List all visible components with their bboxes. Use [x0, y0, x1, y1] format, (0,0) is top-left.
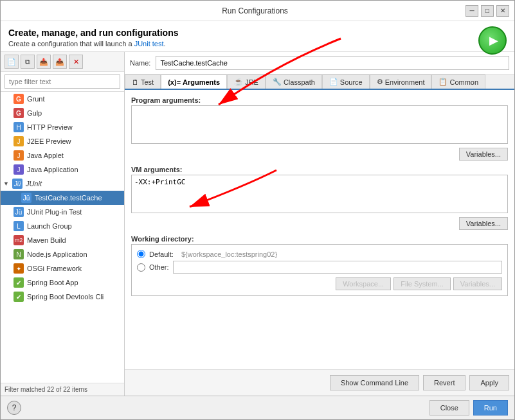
sidebar-item-label: Java Application: [27, 166, 78, 173]
maximize-button[interactable]: □: [481, 5, 494, 17]
sidebar-item-http-preview[interactable]: H HTTP Preview: [1, 120, 124, 134]
sidebar-item-maven-build[interactable]: m2 Maven Build: [1, 233, 124, 247]
sidebar-item-junit-plugin[interactable]: Jü JUnit Plug-in Test: [1, 205, 124, 219]
default-radio[interactable]: [137, 250, 145, 258]
filter-input-container: [1, 72, 124, 92]
junit-plugin-icon: Jü: [14, 207, 24, 217]
sidebar-item-spring-boot-devtools[interactable]: ✔ Spring Boot Devtools Cli: [1, 290, 124, 304]
osgi-icon: ✦: [14, 263, 24, 274]
workspace-btn[interactable]: Workspace...: [336, 277, 391, 290]
variables-btn-3[interactable]: Variables...: [453, 277, 502, 290]
tab-label: Common: [449, 78, 478, 86]
j2ee-icon: J: [14, 136, 24, 146]
sidebar-item-label: JUnit: [26, 180, 42, 188]
revert-button[interactable]: Revert: [423, 375, 465, 390]
sidebar-item-j2ee-preview[interactable]: J J2EE Preview: [1, 134, 124, 148]
main-content: 📄 ⧉ 📥 📤 ✕ G Grunt G Gulp: [1, 52, 514, 396]
working-dir-box: Default: ${workspace_loc:testspring02} O…: [131, 244, 508, 296]
apply-button[interactable]: Apply: [469, 375, 509, 390]
tab-label: Classpath: [284, 78, 315, 86]
sidebar-item-testcache[interactable]: Jü TestCache.testCache: [1, 191, 124, 205]
help-button[interactable]: ?: [7, 401, 21, 415]
sidebar-item-label: J2EE Preview: [27, 137, 71, 145]
other-radio[interactable]: [137, 263, 145, 272]
sidebar-item-label: OSGi Framework: [27, 265, 82, 272]
filter-input[interactable]: [5, 74, 120, 89]
default-radio-label[interactable]: Default:: [149, 250, 174, 258]
import-config-button[interactable]: 📥: [37, 55, 51, 69]
sidebar-item-nodejs[interactable]: N Node.js Application: [1, 247, 124, 261]
subtitle-suffix: .: [164, 40, 166, 48]
new-config-button[interactable]: 📄: [5, 55, 19, 69]
delete-config-button[interactable]: ✕: [69, 55, 83, 69]
duplicate-config-button[interactable]: ⧉: [21, 55, 35, 69]
sidebar-toolbar: 📄 ⧉ 📥 📤 ✕: [1, 52, 124, 72]
working-dir-section: Working directory: Default: ${workspace_…: [131, 235, 508, 296]
header-title: Create, manage, and run configurations: [8, 28, 507, 38]
junit-group-icon: Jü: [12, 179, 23, 189]
other-dir-input[interactable]: [173, 261, 502, 274]
sidebar-item-java-application[interactable]: J Java Application: [1, 162, 124, 177]
sidebar-group-junit[interactable]: ▼ Jü JUnit: [1, 177, 124, 191]
vm-args-label: VM arguments:: [131, 166, 508, 173]
tab-label: Arguments: [183, 78, 220, 86]
filesystem-btn[interactable]: File System...: [393, 277, 451, 290]
default-radio-row: Default: ${workspace_loc:testspring02}: [137, 250, 502, 258]
http-icon: H: [14, 122, 24, 132]
sidebar-item-java-applet[interactable]: J Java Applet: [1, 148, 124, 162]
source-tab-icon: 📄: [329, 78, 338, 86]
sidebar-item-grunt[interactable]: G Grunt: [1, 92, 124, 106]
tab-label: Test: [141, 78, 154, 86]
variables-btn-1[interactable]: Variables...: [459, 148, 508, 161]
close-button-footer[interactable]: Close: [429, 400, 469, 416]
show-command-line-button[interactable]: Show Command Line: [330, 375, 419, 390]
sidebar-item-gulp[interactable]: G Gulp: [1, 106, 124, 120]
sidebar-item-label: HTTP Preview: [27, 123, 73, 131]
sidebar-item-osgi[interactable]: ✦ OSGi Framework: [1, 261, 124, 276]
vm-args-textarea[interactable]: [131, 175, 508, 213]
tab-jre[interactable]: ☕ JRE: [227, 74, 266, 89]
window-title: Run Configurations: [44, 6, 465, 15]
header-subtitle: Create a configuration that will launch …: [8, 40, 507, 48]
program-args-label: Program arguments:: [131, 96, 508, 104]
sidebar-item-launch-group[interactable]: L Launch Group: [1, 219, 124, 233]
window-controls: ─ □ ✕: [465, 5, 509, 17]
tab-arguments[interactable]: (x)= Arguments: [161, 74, 227, 90]
spring-devtools-icon: ✔: [14, 292, 24, 302]
jre-tab-icon: ☕: [234, 78, 243, 86]
other-radio-row: Other:: [137, 261, 502, 274]
footer-bar: ? Close Run: [1, 396, 514, 419]
name-input[interactable]: [156, 56, 509, 70]
right-panel: Name: 🗒 Test (x)= Arguments ☕ JRE �: [125, 52, 514, 396]
minimize-button[interactable]: ─: [465, 5, 478, 17]
java-app-icon: J: [14, 164, 24, 175]
run-icon-button[interactable]: [478, 26, 507, 55]
tab-common[interactable]: 📋 Common: [431, 74, 485, 89]
tab-source[interactable]: 📄 Source: [322, 74, 370, 89]
export-config-button[interactable]: 📤: [53, 55, 67, 69]
tab-environment[interactable]: ⚙ Environment: [370, 74, 432, 89]
sidebar-item-label: Maven Build: [27, 236, 66, 244]
close-button[interactable]: ✕: [496, 5, 509, 17]
tabs-row: 🗒 Test (x)= Arguments ☕ JRE 🔧 Classpath …: [125, 74, 514, 90]
variables-btn-2[interactable]: Variables...: [459, 217, 508, 230]
sidebar-item-label: Spring Boot Devtools Cli: [27, 293, 104, 301]
program-args-textarea[interactable]: [131, 105, 508, 144]
run-button-footer[interactable]: Run: [473, 400, 508, 416]
dir-buttons-row: Workspace... File System... Variables...: [137, 277, 502, 290]
maven-icon: m2: [14, 235, 24, 245]
workspace-path: ${workspace_loc:testspring02}: [181, 250, 277, 258]
junit-link[interactable]: JUnit test: [134, 40, 164, 48]
sidebar-item-label: Java Applet: [27, 152, 64, 159]
other-radio-label[interactable]: Other:: [149, 263, 169, 271]
common-tab-icon: 📋: [438, 78, 447, 86]
launch-group-icon: L: [14, 221, 24, 231]
tab-test[interactable]: 🗒 Test: [125, 74, 161, 89]
sidebar-item-label: JUnit Plug-in Test: [27, 208, 82, 216]
name-label: Name:: [130, 59, 150, 67]
testcache-icon: Jü: [21, 193, 32, 203]
sidebar-item-spring-boot[interactable]: ✔ Spring Boot App: [1, 276, 124, 290]
env-tab-icon: ⚙: [377, 78, 383, 86]
sidebar-item-label: Launch Group: [27, 222, 72, 230]
tab-classpath[interactable]: 🔧 Classpath: [266, 74, 322, 89]
